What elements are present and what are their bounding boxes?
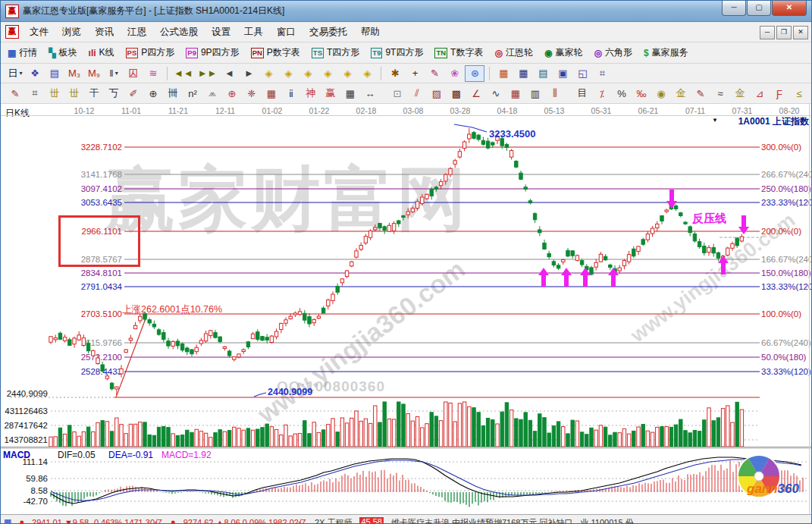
draw-tool-26-icon[interactable]: ▦ xyxy=(506,86,525,101)
nav-tool-28-icon[interactable]: ▤ xyxy=(534,66,552,81)
draw-tool-21-icon[interactable]: ⫽ xyxy=(408,86,426,101)
nav-tool-18-icon[interactable]: ◈ xyxy=(358,66,376,81)
macd-indicator-name[interactable]: MACD xyxy=(3,450,30,460)
draw-tool-20-icon[interactable]: ⊡ xyxy=(388,86,406,101)
draw-tool-16-icon[interactable]: 赢 xyxy=(321,86,340,101)
draw-tool-5-icon[interactable]: 丂 xyxy=(105,86,123,101)
nav-tool-16-icon[interactable]: ◈ xyxy=(318,66,337,81)
draw-tool-41-icon[interactable]: ≤ xyxy=(790,86,808,101)
draw-tool-4-icon[interactable]: 干 xyxy=(85,86,103,101)
draw-tool-14-icon[interactable]: ⅱ xyxy=(282,86,300,101)
toolbar-button-T四方形[interactable]: TST四方形 xyxy=(309,45,362,61)
draw-tool-40-icon[interactable]: Ƒ xyxy=(770,86,788,101)
status-item-2[interactable]: 2941.01 ▼9.58 -0.463% 1471.30亿 xyxy=(32,517,163,524)
mdi-close-button[interactable]: ✕ xyxy=(793,26,808,39)
menu-资讯[interactable]: 资讯 xyxy=(88,23,121,42)
draw-tool-31-icon[interactable]: ⁒ xyxy=(593,86,611,101)
draw-tool-39-icon[interactable]: ⊿ xyxy=(751,86,769,101)
nav-tool-7-icon[interactable]: ≋ xyxy=(144,66,162,81)
nav-tool-5-icon[interactable]: ‖▾ xyxy=(105,66,123,81)
draw-tool-33-icon[interactable]: ‰ xyxy=(632,86,651,101)
toolbar-button-K线[interactable]: ıliK线 xyxy=(86,45,117,61)
nav-tool-20-icon[interactable]: ✱ xyxy=(386,66,404,81)
draw-tool-10-icon[interactable]: ⩕ xyxy=(203,86,221,101)
toolbar-button-六角形[interactable]: ◎六角形 xyxy=(591,45,634,61)
draw-tool-34-icon[interactable]: ◉ xyxy=(652,86,670,101)
nav-tool-17-icon[interactable]: ◈ xyxy=(338,66,356,81)
nav-tool-3-icon[interactable]: M₃ xyxy=(65,66,83,81)
draw-tool-38-icon[interactable]: 金 xyxy=(731,86,749,101)
symbol-label[interactable]: 1A0001 上证指数 xyxy=(726,115,809,128)
toolbar-button-P数字表[interactable]: PNP数字表 xyxy=(249,45,303,61)
toolbar-button-赢家服务[interactable]: $赢家服务 xyxy=(641,45,691,61)
toolbar-button-9T四方形[interactable]: T99T四方形 xyxy=(368,45,425,61)
draw-tool-18-icon[interactable]: ↔ xyxy=(361,86,379,101)
nav-tool-23-icon[interactable]: ❀ xyxy=(445,66,463,81)
draw-tool-2-icon[interactable]: 丗 xyxy=(45,86,64,101)
draw-tool-1-icon[interactable]: ⌗ xyxy=(26,86,44,101)
draw-tool-6-icon[interactable]: ✐ xyxy=(124,86,143,101)
nav-tool-11-icon[interactable]: ◄ xyxy=(220,66,238,81)
nav-tool-24-icon[interactable]: ⊛ xyxy=(465,65,484,82)
draw-tool-36-icon[interactable]: ✎ xyxy=(691,86,710,101)
toolbar-button-赢家轮[interactable]: ◉赢家轮 xyxy=(542,45,585,61)
draw-tool-22-icon[interactable]: ▨ xyxy=(428,86,446,101)
nav-tool-30-icon[interactable]: ◱ xyxy=(573,66,591,81)
menu-公式选股[interactable]: 公式选股 xyxy=(153,23,205,42)
draw-tool-35-icon[interactable]: 金 xyxy=(672,86,690,101)
toolbar-button-T数字表[interactable]: TNT数字表 xyxy=(432,45,485,61)
menu-文件[interactable]: 文件 xyxy=(23,23,55,42)
draw-tool-9-icon[interactable]: n² xyxy=(183,86,202,101)
symbol-caret-icon[interactable]: ▼ xyxy=(712,117,718,124)
nav-tool-29-icon[interactable]: ▣ xyxy=(553,66,572,81)
toolbar-button-P四方形[interactable]: PSP四方形 xyxy=(124,45,177,61)
status-item-4[interactable]: 9274.62 ▲8.06 0.09% 1982.02亿 xyxy=(183,517,307,524)
nav-tool-12-icon[interactable]: ► xyxy=(240,66,258,81)
mdi-minimize-button[interactable]: ─ xyxy=(760,26,775,39)
menu-帮助[interactable]: 帮助 xyxy=(354,23,387,42)
nav-tool-31-icon[interactable]: ⌗ xyxy=(593,66,611,81)
draw-tool-25-icon[interactable]: ∿ xyxy=(487,86,505,101)
draw-tool-23-icon[interactable]: ▩ xyxy=(447,86,466,101)
nav-tool-6-icon[interactable]: 囚 xyxy=(124,66,143,81)
nav-tool-0-icon[interactable]: 日▾ xyxy=(6,66,24,81)
menu-浏览[interactable]: 浏览 xyxy=(55,23,88,42)
draw-tool-13-icon[interactable]: ▦ xyxy=(262,86,281,101)
nav-tool-26-icon[interactable]: ▦ xyxy=(494,66,513,81)
draw-tool-37-icon[interactable]: ≈ xyxy=(711,86,729,101)
toolbar-button-9P四方形[interactable]: P99P四方形 xyxy=(183,45,241,61)
nav-tool-10-icon[interactable]: ►► xyxy=(196,66,219,81)
draw-tool-7-icon[interactable]: ⊕ xyxy=(144,86,162,101)
mdi-restore-button[interactable]: ❐ xyxy=(776,26,792,39)
status-item-0[interactable]: ▦ xyxy=(4,517,11,524)
draw-tool-28-icon[interactable]: ⫼ xyxy=(546,86,564,101)
draw-tool-0-icon[interactable]: ✎ xyxy=(6,86,24,101)
status-item-3[interactable]: ● xyxy=(171,517,176,524)
title-bar[interactable]: 赢 赢家江恩专业版[赢家服务平台] - [上证指数 SH1A0001-214日K… xyxy=(1,1,811,22)
nav-tool-9-icon[interactable]: ◄◄ xyxy=(172,66,195,81)
draw-tool-17-icon[interactable]: ▦ xyxy=(341,86,359,101)
nav-tool-21-icon[interactable]: + xyxy=(406,66,424,81)
draw-tool-24-icon[interactable]: ∠ xyxy=(467,86,485,101)
menu-设置[interactable]: 设置 xyxy=(205,23,237,42)
menu-交易委托[interactable]: 交易委托 xyxy=(303,23,354,42)
draw-tool-15-icon[interactable]: 神 xyxy=(302,86,320,101)
draw-tool-11-icon[interactable]: ⊕ xyxy=(223,86,241,101)
close-button[interactable]: ✕ xyxy=(772,1,807,16)
menu-江恩[interactable]: 江恩 xyxy=(121,23,153,42)
nav-tool-22-icon[interactable]: ✎ xyxy=(425,66,444,81)
status-item-1[interactable]: ● xyxy=(19,517,24,524)
menu-工具[interactable]: 工具 xyxy=(237,23,270,42)
draw-tool-27-icon[interactable]: ▥ xyxy=(526,86,544,101)
minimize-button[interactable]: ─ xyxy=(722,1,746,16)
nav-tool-2-icon[interactable]: ▤ xyxy=(45,66,64,81)
nav-tool-14-icon[interactable]: ◈ xyxy=(279,66,297,81)
toolbar-button-板块[interactable]: ▚板块 xyxy=(46,45,79,61)
toolbar-button-行情[interactable]: ▦行情 xyxy=(5,45,39,61)
draw-tool-8-icon[interactable]: 卌 xyxy=(164,86,182,101)
nav-tool-4-icon[interactable]: M₉ xyxy=(85,66,103,81)
nav-tool-1-icon[interactable]: ❖ xyxy=(26,66,44,81)
menu-窗口[interactable]: 窗口 xyxy=(270,23,303,42)
nav-tool-27-icon[interactable]: ▦ xyxy=(514,66,532,81)
draw-tool-30-icon[interactable]: 目 xyxy=(573,86,591,101)
